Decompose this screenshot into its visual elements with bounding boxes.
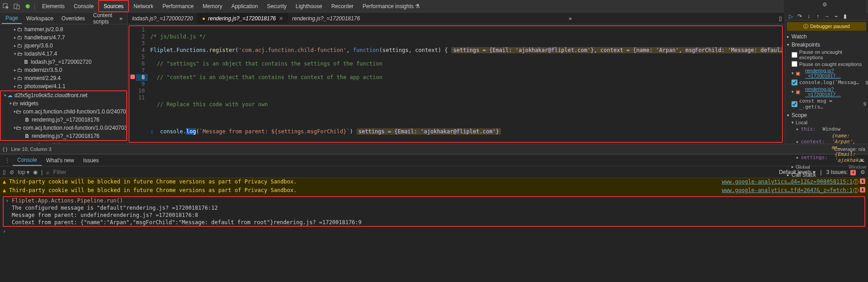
- file-icon: 🗎: [24, 117, 30, 123]
- settings-gear-icon[interactable]: ⚙: [821, 0, 829, 9]
- tree-folder[interactable]: ▾🗁widgets: [1, 99, 126, 108]
- chk-pause-caught[interactable]: Pause on caught exceptions: [792, 61, 866, 67]
- tree-file[interactable]: 🗎rendering.js?_=1720018176: [1, 116, 126, 124]
- section-scope[interactable]: ▾Scope: [785, 111, 868, 119]
- code-content[interactable]: /* js/build.js */ Fliplet.Functions.regi…: [148, 26, 782, 142]
- tab-security[interactable]: Security: [262, 0, 291, 12]
- nav-tab-page[interactable]: Page: [2, 13, 22, 24]
- section-watch[interactable]: ▸Watch: [785, 33, 868, 41]
- resume-icon[interactable]: ▷: [787, 13, 794, 20]
- pause-exceptions-icon[interactable]: ▮: [841, 13, 849, 20]
- tab-recorder[interactable]: Recorder: [327, 0, 358, 12]
- clear-console-icon[interactable]: ⊘: [10, 169, 14, 175]
- drawer-close-icon[interactable]: ✕: [856, 157, 868, 164]
- bp-entry[interactable]: const msg = _.get(s… 9: [792, 98, 866, 110]
- learn-more-icon[interactable]: ⓘ: [853, 187, 859, 195]
- file-icon: 🗎: [24, 133, 30, 139]
- nav-tab-content-scripts[interactable]: Content scripts: [90, 13, 116, 24]
- step-icon[interactable]: →: [823, 13, 830, 20]
- step-over-icon[interactable]: ↷: [796, 13, 803, 20]
- tab-perf-insights[interactable]: Performance insights ⚗: [358, 0, 424, 12]
- breakpoint-dot-icon: ●: [202, 15, 205, 22]
- nav-tab-overrides[interactable]: Overrides: [58, 13, 89, 24]
- nav-tabs-more-icon[interactable]: »: [117, 15, 125, 22]
- tab-elements[interactable]: Elements: [38, 0, 69, 12]
- nav-tab-workspace[interactable]: Workspace: [23, 13, 57, 24]
- tree-file[interactable]: 🗎lodash.js?_=1720002720: [0, 58, 127, 66]
- learn-more-icon[interactable]: ⓘ: [853, 179, 859, 186]
- editor-tabs-more-icon[interactable]: »: [566, 15, 575, 22]
- console-settings-gear-icon[interactable]: ⚙: [860, 169, 865, 175]
- tree-folder[interactable]: ▸🗀handlebars/4.7.7: [0, 33, 127, 42]
- tree-folder[interactable]: ▸🗀jquery/3.6.0: [0, 42, 127, 50]
- tree-origin[interactable]: ▾☁d2fx5g1ro9ok5z.cloudfront.net: [1, 91, 126, 99]
- folder-open-icon: 🗁: [13, 100, 18, 107]
- tree-folder[interactable]: ▸🗀modernizr/3.5.0: [0, 66, 127, 74]
- editor-tab[interactable]: lodash.js?_=1720002720: [128, 13, 197, 24]
- highlighted-tree-region: ▾☁d2fx5g1ro9ok5z.cloudfront.net ▾🗁widget…: [0, 90, 127, 141]
- deactivate-bp-icon[interactable]: ⌁: [832, 13, 839, 20]
- debugger-toolbar: ▷ ↷ ↓ ↑ → ⌁ ▮: [785, 13, 868, 20]
- breakpoint-marker-icon[interactable]: [130, 75, 135, 79]
- issue-flag-icon[interactable]: ▮: [860, 187, 865, 193]
- tab-application[interactable]: Application: [227, 0, 262, 12]
- issue-flag-icon[interactable]: ▮: [860, 179, 865, 184]
- log-levels-selector[interactable]: Default levels ▾: [779, 169, 816, 175]
- drawer-tab-console[interactable]: Console: [13, 155, 42, 166]
- tree-folder[interactable]: ▸🗀photoswipe/4.1.1: [0, 82, 127, 90]
- issues-link[interactable]: 3 Issues: 4: [826, 169, 856, 175]
- console-source-link[interactable]: rendering.js? =1720018176:9: [273, 219, 362, 226]
- debugger-panel: ▷ ↷ ↓ ↑ → ⌁ ▮ ⓘDebugger paused ▸Watch ▾B…: [785, 13, 868, 144]
- tree-origin[interactable]: ▸☁www.google-analytics.com: [0, 141, 127, 144]
- live-expression-icon[interactable]: ◉: [33, 169, 38, 175]
- warning-triangle-icon: ▲: [3, 187, 9, 193]
- prompt-chevron-icon: ›: [3, 228, 6, 235]
- tree-folder[interactable]: ▾🗁com.acj.function.root-function/1.0.0/2…: [1, 124, 126, 132]
- folder-open-icon: 🗁: [17, 51, 23, 57]
- tree-file[interactable]: 🗎rendering.js?_=1720018176: [1, 132, 126, 140]
- scope-local[interactable]: ▾Local: [792, 119, 866, 126]
- console-sidebar-toggle-icon[interactable]: ▯: [3, 169, 6, 175]
- node-icon[interactable]: ⬢: [24, 2, 32, 10]
- close-tab-icon[interactable]: ✕: [279, 15, 283, 22]
- code-editor[interactable]: 1234567891011 /* js/build.js */ Fliplet.…: [129, 25, 783, 143]
- console-source-link[interactable]: www.google-analytics…tfd=2647&_z=fetch:1: [718, 187, 853, 193]
- console-source-link[interactable]: rendering.js? =1720018176:12: [126, 205, 218, 211]
- drawer-tab-whatsnew[interactable]: What's new: [42, 155, 79, 166]
- tab-performance[interactable]: Performance: [158, 0, 198, 12]
- console-source-link[interactable]: www.google-analytics…d4=12&z=908058115:1: [718, 179, 853, 185]
- console-source-link[interactable]: rendering.js? =1720018176:8: [110, 212, 198, 218]
- editor-tab[interactable]: rendering.js?_=1720018176: [288, 13, 365, 24]
- drawer-tab-issues[interactable]: Issues: [79, 155, 104, 166]
- tab-sources[interactable]: Sources: [98, 0, 129, 12]
- bp-file-group[interactable]: ▾▣ rendering.js?_=172001817…: [792, 67, 866, 79]
- step-out-icon[interactable]: ↑: [814, 13, 821, 20]
- step-into-icon[interactable]: ↓: [805, 13, 812, 20]
- side-panel-toggle-icon[interactable]: ▯: [776, 15, 785, 22]
- console-prompt[interactable]: ›: [0, 228, 868, 235]
- editor-tab-active[interactable]: ●rendering.js?_=1720018176✕: [197, 13, 287, 24]
- section-breakpoints[interactable]: ▾Breakpoints: [785, 41, 868, 49]
- cloud-icon: ☁: [6, 142, 12, 144]
- tab-memory[interactable]: Memory: [198, 0, 227, 12]
- context-selector[interactable]: top ▾: [18, 169, 29, 175]
- highlighted-console-region: ›Fliplet.App.Actions.Pipeline.run() The …: [3, 196, 865, 227]
- tree-folder[interactable]: ▸🗀hammer.js/2.0.8: [0, 25, 127, 33]
- bp-file-group[interactable]: ▾▣ rendering.js?_=172001817…: [792, 86, 866, 98]
- tree-folder[interactable]: ▾🗁lodash/4.17.4: [0, 50, 127, 58]
- tree-folder[interactable]: ▸🗀moment/2.29.4: [0, 74, 127, 82]
- device-toolbar-icon[interactable]: [13, 2, 21, 10]
- pretty-print-icon[interactable]: { }: [3, 146, 7, 152]
- tab-console[interactable]: Console: [69, 0, 98, 12]
- tab-network[interactable]: Network: [129, 0, 158, 12]
- warning-triangle-icon: ▲: [3, 179, 9, 185]
- line-gutter[interactable]: 1234567891011: [136, 26, 148, 142]
- inspect-element-icon[interactable]: [2, 2, 10, 10]
- chk-pause-uncaught[interactable]: Pause on uncaught exceptions: [792, 49, 866, 61]
- tree-folder[interactable]: ▾🗁com.acj.function.child-function/1.0.0/…: [1, 108, 126, 116]
- tab-lighthouse[interactable]: Lighthouse: [291, 0, 327, 12]
- console-filter-input[interactable]: [53, 169, 107, 175]
- bp-entry[interactable]: console.log(`Messag… 8: [792, 79, 866, 86]
- editor-status-bar: { } Line 10, Column 3 Coverage: n/a: [0, 144, 868, 154]
- drawer-menu-icon[interactable]: ⋮: [2, 157, 13, 164]
